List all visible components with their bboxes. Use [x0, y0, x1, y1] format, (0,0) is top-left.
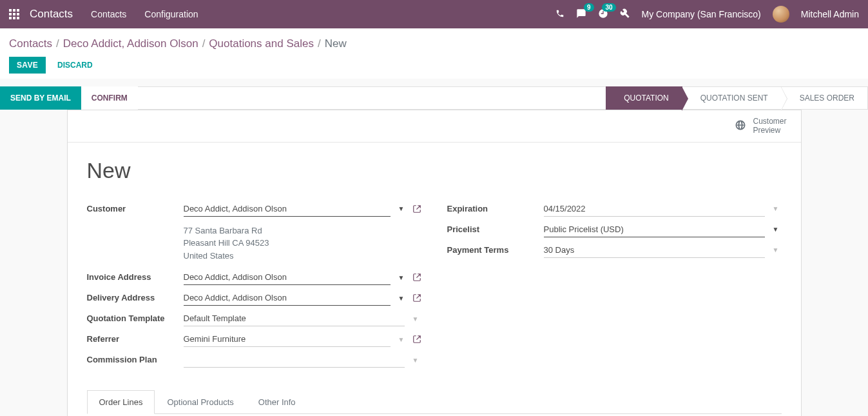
tab-optional-products[interactable]: Optional Products: [155, 390, 246, 414]
breadcrumb-quotations[interactable]: Quotations and Sales: [209, 37, 314, 50]
svg-rect-6: [9, 17, 12, 19]
activities-badge: 30: [602, 3, 615, 12]
breadcrumb: Contacts/Deco Addict, Addison Olson/Quot…: [9, 37, 859, 50]
invoice-address-field[interactable]: [184, 270, 391, 285]
delivery-address-label: Delivery Address: [87, 290, 184, 302]
external-link-icon[interactable]: [412, 335, 421, 344]
page-title: New: [87, 158, 782, 183]
payment-terms-label: Payment Terms: [447, 243, 544, 255]
discard-button[interactable]: DISCARD: [55, 57, 95, 74]
avatar[interactable]: [773, 6, 789, 23]
dropdown-icon[interactable]: ▼: [410, 315, 421, 322]
company-selector[interactable]: My Company (San Francisco): [642, 9, 761, 19]
breadcrumb-current: New: [325, 37, 347, 50]
breadcrumb-contact[interactable]: Deco Addict, Addison Olson: [63, 37, 198, 50]
menu-contacts[interactable]: Contacts: [91, 9, 126, 19]
preview-line1: Customer: [753, 117, 786, 126]
customer-field[interactable]: [184, 201, 391, 217]
preview-line2: Preview: [753, 126, 786, 135]
expiration-field[interactable]: [544, 201, 765, 217]
invoice-address-label: Invoice Address: [87, 270, 184, 282]
dropdown-icon[interactable]: ▼: [770, 246, 782, 253]
module-title[interactable]: Contacts: [30, 8, 73, 21]
svg-rect-7: [13, 17, 15, 19]
dropdown-icon[interactable]: ▼: [396, 274, 407, 281]
quotation-template-label: Quotation Template: [87, 311, 184, 323]
referrer-label: Referrer: [87, 332, 184, 344]
svg-rect-1: [13, 9, 15, 12]
stage-quotation[interactable]: QUOTATION: [606, 86, 682, 110]
confirm-button[interactable]: CONFIRM: [81, 86, 138, 110]
wrench-icon[interactable]: [620, 8, 630, 21]
payment-terms-field[interactable]: [544, 243, 765, 258]
tab-other-info[interactable]: Other Info: [246, 390, 308, 414]
svg-rect-8: [17, 17, 19, 19]
customer-preview-button[interactable]: Customer Preview: [732, 114, 789, 138]
phone-icon[interactable]: [555, 9, 564, 20]
customer-label: Customer: [87, 201, 184, 213]
dropdown-icon[interactable]: ▼: [396, 295, 407, 302]
stage-sales-order[interactable]: SALES ORDER: [782, 86, 868, 110]
dropdown-icon[interactable]: ▼: [396, 336, 407, 343]
dropdown-icon[interactable]: ▼: [410, 357, 421, 364]
dropdown-icon[interactable]: ▼: [770, 205, 782, 212]
apps-icon[interactable]: [9, 9, 19, 19]
save-button[interactable]: SAVE: [9, 57, 46, 74]
external-link-icon[interactable]: [412, 293, 421, 302]
pricelist-label: Pricelist: [447, 222, 544, 234]
stage-quotation-sent[interactable]: QUOTATION SENT: [682, 86, 782, 110]
tab-order-lines[interactable]: Order Lines: [87, 390, 155, 414]
activities-icon[interactable]: 30: [598, 8, 608, 21]
commission-plan-field[interactable]: [184, 352, 405, 368]
svg-rect-0: [9, 9, 12, 12]
expiration-label: Expiration: [447, 201, 544, 213]
commission-plan-label: Commission Plan: [87, 352, 184, 364]
dropdown-icon[interactable]: ▼: [396, 205, 407, 212]
globe-icon: [735, 119, 746, 133]
pricelist-field[interactable]: [544, 222, 765, 237]
send-by-email-button[interactable]: SEND BY EMAIL: [0, 86, 81, 110]
messages-icon[interactable]: 9: [576, 8, 586, 21]
svg-rect-5: [17, 13, 19, 15]
external-link-icon[interactable]: [412, 204, 421, 213]
quotation-template-field[interactable]: [184, 311, 405, 326]
svg-rect-4: [13, 13, 15, 15]
referrer-field[interactable]: [184, 332, 391, 347]
customer-address: 77 Santa Barbara Rd Pleasant Hill CA 945…: [184, 222, 269, 266]
menu-configuration[interactable]: Configuration: [144, 9, 198, 19]
external-link-icon[interactable]: [412, 273, 421, 282]
delivery-address-field[interactable]: [184, 290, 391, 306]
svg-rect-3: [9, 13, 12, 15]
breadcrumb-contacts[interactable]: Contacts: [9, 37, 52, 50]
svg-rect-2: [17, 9, 19, 12]
messages-badge: 9: [584, 3, 594, 12]
user-menu[interactable]: Mitchell Admin: [801, 9, 859, 19]
dropdown-icon[interactable]: ▼: [770, 226, 782, 233]
